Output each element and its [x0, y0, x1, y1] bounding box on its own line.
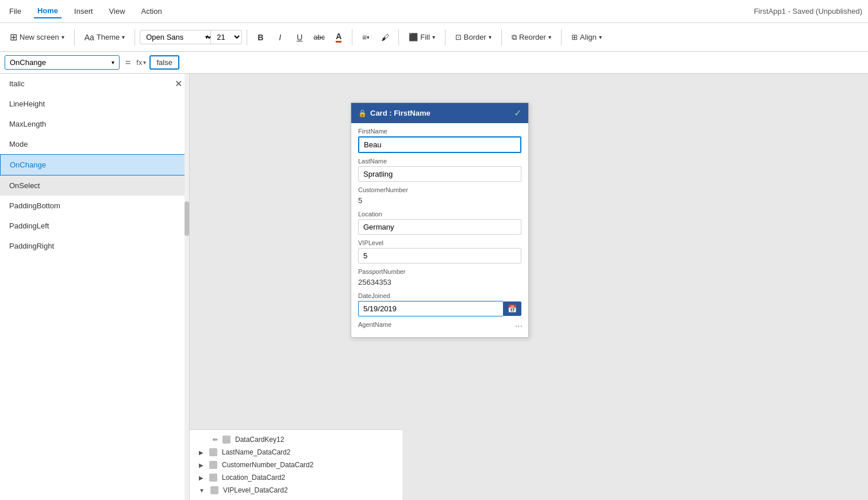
viplevel-tree-icon [210, 486, 218, 494]
location-input[interactable] [358, 219, 521, 235]
firstname-input[interactable] [358, 136, 521, 153]
strikethrough-button[interactable]: abc [310, 29, 328, 45]
align-button[interactable]: ≡ ▾ [357, 29, 374, 45]
property-list: Italic LineHeight MaxLength Mode OnChang… [0, 74, 189, 500]
more-options-button[interactable]: ··· [515, 321, 523, 331]
chevron-right-icon-customernumber: ▶ [199, 462, 203, 468]
property-dropdown[interactable]: OnChange ▾ [5, 55, 120, 70]
close-panel-button[interactable]: ✕ [175, 78, 182, 89]
property-item-lineheight[interactable]: LineHeight [0, 94, 189, 114]
paint-button[interactable]: 🖌 [377, 29, 394, 45]
toolbar-separator-5 [398, 29, 399, 45]
datejoined-input[interactable] [358, 301, 503, 316]
align-icon: ≡ [362, 33, 367, 42]
location-tree-icon [209, 474, 217, 482]
property-item-mode[interactable]: Mode [0, 134, 189, 154]
tree-item-lastname[interactable]: ▶ LastName_DataCard2 [190, 446, 402, 459]
passportnumber-label: PassportNumber [358, 268, 521, 275]
border-button[interactable]: ⊡ Border ▾ [450, 30, 497, 44]
new-screen-button[interactable]: ⊞ New screen ▾ [5, 29, 70, 45]
align-right-chevron-icon: ▾ [599, 34, 602, 40]
lastname-input[interactable] [358, 166, 521, 182]
toolbar-separator-6 [445, 29, 445, 45]
toolbar-separator-3 [247, 29, 247, 45]
border-chevron-icon: ▾ [489, 34, 491, 40]
font-family-select[interactable]: Open Sans [140, 30, 214, 44]
property-dropdown-chevron-icon: ▾ [112, 59, 114, 66]
tree-item-label-viplevel: VIPLevel_DataCard2 [223, 486, 288, 494]
date-input-wrap: 📅 [358, 301, 521, 316]
tree-item-label-location: Location_DataCard2 [222, 474, 285, 482]
app-title: FirstApp1 - Saved (Unpublished) [754, 7, 862, 16]
tree-item-datacardkey12[interactable]: ✏ DataCardKey12 [190, 433, 402, 446]
tree-panel: ✏ DataCardKey12 ▶ LastName_DataCard2 ▶ C… [190, 429, 402, 500]
property-item-paddingbottom[interactable]: PaddingBottom [0, 196, 189, 216]
toolbar-separator-1 [74, 29, 75, 45]
equals-sign: = [123, 58, 133, 68]
align-right-button[interactable]: ⊞ Align ▾ [566, 30, 607, 44]
date-picker-button[interactable]: 📅 [503, 301, 521, 316]
fill-button[interactable]: ⬛ Fill ▾ [404, 30, 440, 44]
viplevel-label: VIPLevel [358, 239, 521, 246]
firstname-label: FirstName [358, 128, 521, 135]
tree-item-label-customernumber: CustomerNumber_DataCard2 [222, 461, 313, 469]
property-item-italic[interactable]: Italic [0, 74, 189, 94]
customernumber-label: CustomerNumber [358, 186, 521, 193]
agentname-label: AgentName [358, 321, 521, 328]
card-body: FirstName LastName CustomerNumber 5 Loca… [351, 123, 528, 337]
card-field-datejoined: DateJoined 📅 [358, 292, 521, 316]
chevron-right-icon-location: ▶ [199, 475, 203, 481]
new-screen-chevron-icon: ▾ [62, 34, 64, 40]
property-item-maxlength[interactable]: MaxLength [0, 114, 189, 134]
toolbar-separator-7 [501, 29, 502, 45]
font-size-select[interactable]: 21 [210, 30, 242, 44]
property-item-paddingright[interactable]: PaddingRight [0, 236, 189, 256]
theme-button[interactable]: Aa Theme ▾ [79, 30, 130, 45]
menu-insert[interactable]: Insert [71, 5, 97, 18]
card-field-customernumber: CustomerNumber 5 [358, 186, 521, 206]
bold-button[interactable]: B [252, 29, 269, 45]
menu-bar: File Home Insert View Action FirstApp1 -… [0, 0, 868, 23]
theme-icon: Aa [85, 33, 94, 42]
chevron-down-icon-viplevel: ▼ [199, 487, 205, 494]
font-color-button[interactable]: A [330, 29, 347, 45]
property-panel: ✕ Italic LineHeight MaxLength Mode OnCha… [0, 74, 190, 500]
property-item-onselect[interactable]: OnSelect [0, 175, 189, 196]
card-title-text: Card : FirstName [370, 109, 431, 117]
italic-button[interactable]: I [271, 29, 289, 45]
reorder-button[interactable]: ⧉ Reorder ▾ [506, 30, 556, 45]
fx-button[interactable]: fx ▾ [136, 58, 146, 67]
reorder-label: Reorder [519, 33, 546, 41]
scrollbar-track [185, 74, 189, 500]
card-header-title: 🔒 Card : FirstName [358, 109, 431, 117]
menu-file[interactable]: File [6, 5, 25, 18]
formula-input[interactable]: false [149, 55, 179, 70]
formula-bar: OnChange ▾ = fx ▾ false [0, 52, 868, 74]
card-field-location: Location [358, 211, 521, 235]
card-check-icon[interactable]: ✓ [514, 108, 521, 119]
card-field-passportnumber: PassportNumber 25634353 [358, 268, 521, 288]
new-screen-icon: ⊞ [10, 32, 17, 43]
underline-button[interactable]: U [291, 29, 308, 45]
property-item-onchange[interactable]: OnChange [0, 154, 189, 175]
property-item-paddingleft[interactable]: PaddingLeft [0, 216, 189, 236]
menu-action[interactable]: Action [138, 5, 166, 18]
chevron-right-icon-lastname: ▶ [199, 449, 203, 456]
menu-home[interactable]: Home [34, 4, 62, 18]
tree-item-viplevel[interactable]: ▼ VIPLevel_DataCard2 [190, 484, 402, 497]
card-field-lastname: LastName [358, 158, 521, 182]
property-dropdown-value: OnChange [10, 58, 46, 67]
scrollbar-thumb[interactable] [185, 201, 189, 236]
paint-icon: 🖌 [381, 33, 389, 42]
fx-chevron-icon: ▾ [143, 59, 146, 66]
lastname-label: LastName [358, 158, 521, 165]
tree-item-customernumber[interactable]: ▶ CustomerNumber_DataCard2 [190, 459, 402, 471]
tree-item-label-datacardkey12: DataCardKey12 [235, 436, 284, 444]
tree-item-location[interactable]: ▶ Location_DataCard2 [190, 471, 402, 484]
fill-label: Fill [420, 33, 430, 41]
toolbar-separator-4 [352, 29, 352, 45]
menu-view[interactable]: View [106, 5, 129, 18]
card-lock-icon: 🔒 [358, 109, 367, 117]
fill-icon: ⬛ [409, 33, 418, 41]
viplevel-input[interactable] [358, 248, 521, 264]
